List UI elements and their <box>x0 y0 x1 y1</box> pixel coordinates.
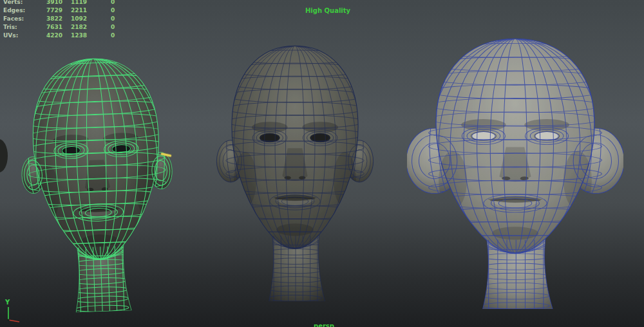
quality-mode-label: High Quality <box>305 7 350 14</box>
poly-count-hud: Verts: 3910 1119 0 Edges: 7729 2211 0 Fa… <box>3 0 126 40</box>
hud-row-uvs: UVs: 4220 1238 0 <box>3 32 126 40</box>
y-axis-label: Y <box>5 299 10 306</box>
hud-label: Faces: <box>3 15 46 23</box>
camera-name-label: persp <box>314 322 334 327</box>
hud-value: 0 <box>111 32 126 40</box>
maya-perspective-viewport[interactable]: Verts: 3910 1119 0 Edges: 7729 2211 0 Fa… <box>0 0 644 327</box>
hud-value: 3910 <box>46 0 71 6</box>
hud-value: 1092 <box>71 15 111 23</box>
axis-origin-dot <box>7 319 9 321</box>
hud-label: Edges: <box>3 6 46 15</box>
offscreen-model-edge[interactable] <box>0 139 8 173</box>
hud-value: 7631 <box>46 23 71 32</box>
hud-row-edges: Edges: 7729 2211 0 <box>3 6 126 15</box>
hud-value: 0 <box>111 23 126 32</box>
hud-value: 2182 <box>71 23 111 32</box>
hud-value: 0 <box>111 6 126 15</box>
hud-value: 2211 <box>71 6 111 15</box>
hud-value: 4220 <box>46 32 71 40</box>
head-model-center[interactable] <box>209 35 381 301</box>
hud-row-verts: Verts: 3910 1119 0 <box>3 0 126 6</box>
head-model-right[interactable] <box>407 27 623 309</box>
head-model-left-selected[interactable] <box>7 44 187 314</box>
hud-value: 0 <box>111 15 126 23</box>
hud-value: 3822 <box>46 15 71 23</box>
hud-row-tris: Tris: 7631 2182 0 <box>3 23 126 32</box>
hud-row-faces: Faces: 3822 1092 0 <box>3 15 126 23</box>
hud-label: Tris: <box>3 23 46 32</box>
x-axis-line <box>8 320 19 322</box>
hud-value: 0 <box>111 0 126 6</box>
hud-label: UVs: <box>3 32 46 40</box>
hud-value: 1119 <box>71 0 111 6</box>
view-axis-gizmo: Y <box>2 297 25 324</box>
hud-value: 1238 <box>71 32 111 40</box>
hud-value: 7729 <box>46 6 71 15</box>
hud-label: Verts: <box>3 0 46 6</box>
